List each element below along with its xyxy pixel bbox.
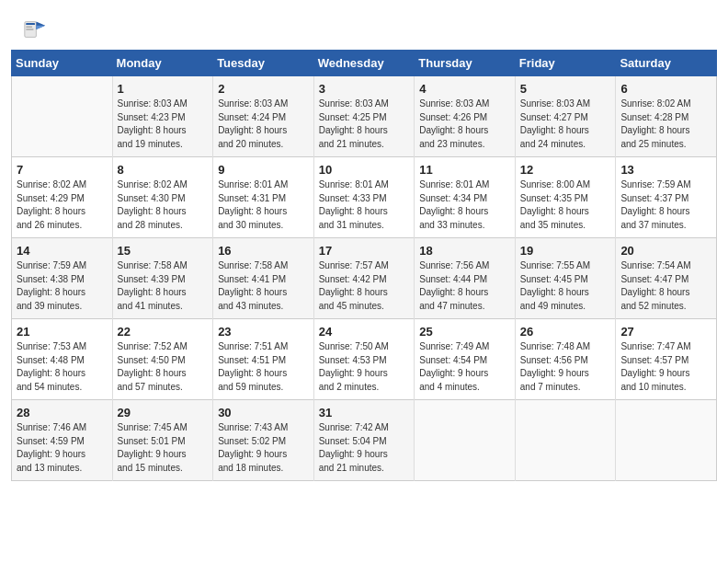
day-info: Sunrise: 7:54 AM Sunset: 4:47 PM Dayligh… [620,259,711,313]
day-info: Sunrise: 8:00 AM Sunset: 4:35 PM Dayligh… [520,178,611,232]
day-info: Sunrise: 7:56 AM Sunset: 4:44 PM Dayligh… [419,259,510,313]
day-number: 10 [319,163,410,177]
calendar-cell [515,400,616,481]
calendar-cell: 14Sunrise: 7:59 AM Sunset: 4:38 PM Dayli… [12,238,113,319]
day-number: 1 [118,82,209,96]
day-info: Sunrise: 7:48 AM Sunset: 4:56 PM Dayligh… [520,340,611,394]
calendar-cell: 20Sunrise: 7:54 AM Sunset: 4:47 PM Dayli… [616,238,717,319]
weekday-header-friday: Friday [515,51,616,76]
calendar-cell: 23Sunrise: 7:51 AM Sunset: 4:51 PM Dayli… [213,319,314,400]
day-number: 31 [319,406,410,419]
day-info: Sunrise: 7:49 AM Sunset: 4:54 PM Dayligh… [419,340,510,394]
day-number: 8 [118,163,209,177]
day-number: 23 [218,325,309,339]
day-number: 25 [419,325,510,339]
day-number: 12 [520,163,611,177]
weekday-header-wednesday: Wednesday [313,51,415,76]
day-info: Sunrise: 8:03 AM Sunset: 4:23 PM Dayligh… [118,98,209,151]
svg-rect-3 [26,27,32,28]
calendar-table: SundayMondayTuesdayWednesdayThursdayFrid… [11,50,717,481]
calendar-week-row: 7Sunrise: 8:02 AM Sunset: 4:29 PM Daylig… [12,157,717,238]
calendar-cell: 4Sunrise: 8:03 AM Sunset: 4:26 PM Daylig… [415,76,516,157]
calendar-cell: 18Sunrise: 7:56 AM Sunset: 4:44 PM Dayli… [415,238,516,319]
day-number: 7 [17,163,108,177]
day-number: 26 [520,325,611,339]
day-info: Sunrise: 7:43 AM Sunset: 5:02 PM Dayligh… [218,421,309,475]
calendar-header: SundayMondayTuesdayWednesdayThursdayFrid… [12,51,717,76]
day-info: Sunrise: 7:59 AM Sunset: 4:37 PM Dayligh… [620,178,711,232]
day-number: 15 [118,244,209,258]
day-number: 11 [419,163,510,177]
calendar-cell: 5Sunrise: 8:03 AM Sunset: 4:27 PM Daylig… [515,76,616,157]
day-info: Sunrise: 8:02 AM Sunset: 4:28 PM Dayligh… [620,98,711,151]
day-number: 18 [419,244,510,258]
day-number: 24 [319,325,410,339]
calendar-cell: 25Sunrise: 7:49 AM Sunset: 4:54 PM Dayli… [415,319,516,400]
day-info: Sunrise: 7:58 AM Sunset: 4:41 PM Dayligh… [218,259,309,313]
day-info: Sunrise: 7:58 AM Sunset: 4:39 PM Dayligh… [118,259,209,313]
calendar-week-row: 21Sunrise: 7:53 AM Sunset: 4:48 PM Dayli… [12,319,717,400]
day-number: 14 [17,244,108,258]
day-number: 9 [218,163,309,177]
calendar-cell: 6Sunrise: 8:02 AM Sunset: 4:28 PM Daylig… [616,76,717,157]
calendar-cell: 15Sunrise: 7:58 AM Sunset: 4:39 PM Dayli… [112,238,213,319]
calendar-cell: 22Sunrise: 7:52 AM Sunset: 4:50 PM Dayli… [112,319,213,400]
day-info: Sunrise: 7:45 AM Sunset: 5:01 PM Dayligh… [118,421,209,475]
day-number: 29 [118,406,209,419]
day-info: Sunrise: 8:01 AM Sunset: 4:34 PM Dayligh… [419,178,510,232]
calendar-week-row: 28Sunrise: 7:46 AM Sunset: 4:59 PM Dayli… [12,400,717,481]
day-number: 6 [620,82,711,96]
svg-rect-4 [26,29,33,29]
day-info: Sunrise: 7:50 AM Sunset: 4:53 PM Dayligh… [319,340,410,394]
calendar-cell: 17Sunrise: 7:57 AM Sunset: 4:42 PM Dayli… [313,238,415,319]
calendar-cell: 24Sunrise: 7:50 AM Sunset: 4:53 PM Dayli… [313,319,415,400]
day-number: 30 [218,406,309,419]
calendar-cell: 26Sunrise: 7:48 AM Sunset: 4:56 PM Dayli… [515,319,616,400]
day-number: 2 [218,82,309,96]
day-number: 21 [17,325,108,339]
calendar-cell: 16Sunrise: 7:58 AM Sunset: 4:41 PM Dayli… [213,238,314,319]
calendar-cell: 21Sunrise: 7:53 AM Sunset: 4:48 PM Dayli… [12,319,113,400]
calendar-week-row: 14Sunrise: 7:59 AM Sunset: 4:38 PM Dayli… [12,238,717,319]
day-info: Sunrise: 7:53 AM Sunset: 4:48 PM Dayligh… [17,340,108,394]
weekday-header-tuesday: Tuesday [213,51,314,76]
day-info: Sunrise: 7:52 AM Sunset: 4:50 PM Dayligh… [118,340,209,394]
calendar-cell: 28Sunrise: 7:46 AM Sunset: 4:59 PM Dayli… [12,400,113,481]
logo [22,17,51,42]
calendar-week-row: 1Sunrise: 8:03 AM Sunset: 4:23 PM Daylig… [12,76,717,157]
day-info: Sunrise: 8:01 AM Sunset: 4:33 PM Dayligh… [319,178,410,232]
day-info: Sunrise: 8:02 AM Sunset: 4:30 PM Dayligh… [118,178,209,232]
weekday-header-sunday: Sunday [12,51,113,76]
day-info: Sunrise: 7:57 AM Sunset: 4:42 PM Dayligh… [319,259,410,313]
day-number: 28 [17,406,108,419]
day-info: Sunrise: 7:42 AM Sunset: 5:04 PM Dayligh… [319,421,410,475]
calendar-cell: 19Sunrise: 7:55 AM Sunset: 4:45 PM Dayli… [515,238,616,319]
day-info: Sunrise: 8:03 AM Sunset: 4:25 PM Dayligh… [319,98,410,151]
calendar-body: 1Sunrise: 8:03 AM Sunset: 4:23 PM Daylig… [12,76,717,481]
weekday-header-thursday: Thursday [415,51,516,76]
calendar-cell [12,76,113,157]
day-number: 13 [620,163,711,177]
calendar-cell: 27Sunrise: 7:47 AM Sunset: 4:57 PM Dayli… [616,319,717,400]
calendar-cell [616,400,717,481]
day-info: Sunrise: 7:55 AM Sunset: 4:45 PM Dayligh… [520,259,611,313]
calendar-cell: 2Sunrise: 8:03 AM Sunset: 4:24 PM Daylig… [213,76,314,157]
calendar-cell: 31Sunrise: 7:42 AM Sunset: 5:04 PM Dayli… [313,400,415,481]
day-info: Sunrise: 8:02 AM Sunset: 4:29 PM Dayligh… [17,178,108,232]
day-number: 20 [620,244,711,258]
day-number: 22 [118,325,209,339]
calendar-cell: 1Sunrise: 8:03 AM Sunset: 4:23 PM Daylig… [112,76,213,157]
day-info: Sunrise: 8:01 AM Sunset: 4:31 PM Dayligh… [218,178,309,232]
calendar-container: SundayMondayTuesdayWednesdayThursdayFrid… [0,50,728,492]
calendar-cell: 3Sunrise: 8:03 AM Sunset: 4:25 PM Daylig… [313,76,415,157]
day-info: Sunrise: 8:03 AM Sunset: 4:24 PM Dayligh… [218,98,309,151]
calendar-cell: 29Sunrise: 7:45 AM Sunset: 5:01 PM Dayli… [112,400,213,481]
day-number: 17 [319,244,410,258]
logo-icon [22,17,48,42]
day-number: 3 [319,82,410,96]
day-info: Sunrise: 8:03 AM Sunset: 4:27 PM Dayligh… [520,98,611,151]
day-number: 19 [520,244,611,258]
day-info: Sunrise: 8:03 AM Sunset: 4:26 PM Dayligh… [419,98,510,151]
day-info: Sunrise: 7:47 AM Sunset: 4:57 PM Dayligh… [620,340,711,394]
day-info: Sunrise: 7:59 AM Sunset: 4:38 PM Dayligh… [17,259,108,313]
